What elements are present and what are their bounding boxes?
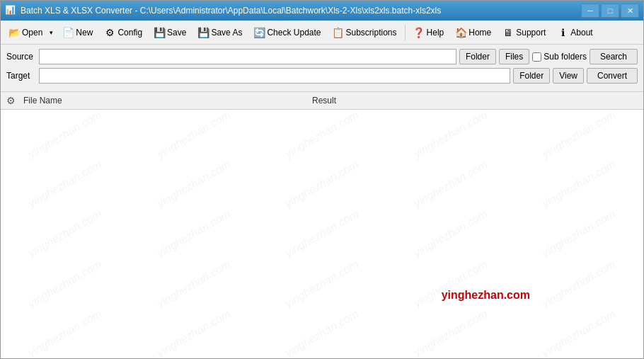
watermark-15: yinghezhan.com xyxy=(511,181,643,288)
check-update-button[interactable]: 🔄 Check Update xyxy=(248,23,326,42)
about-button[interactable]: ℹ About xyxy=(552,23,597,42)
watermark-20: yinghezhan.com xyxy=(511,230,643,338)
target-row: Target Folder View Convert xyxy=(6,68,638,84)
watermark-22: yinghezhan.com xyxy=(125,280,261,358)
subfolders-checkbox[interactable] xyxy=(532,52,541,62)
watermark-12: yinghezhan.com xyxy=(125,181,261,288)
toolbar-separator xyxy=(405,25,406,40)
watermark-23: yinghezhan.com xyxy=(254,280,390,358)
target-folder-button[interactable]: Folder xyxy=(513,68,550,84)
watermark-grid: yinghezhan.com yinghezhan.com yinghezhan… xyxy=(1,110,643,358)
home-button[interactable]: 🏠 Home xyxy=(450,23,496,42)
watermark-1: yinghezhan.com xyxy=(1,110,133,188)
watermark-19: yinghezhan.com xyxy=(382,230,518,338)
watermark-14: yinghezhan.com xyxy=(382,181,518,288)
source-input[interactable] xyxy=(39,49,456,64)
watermark-11: yinghezhan.com xyxy=(1,181,133,288)
watermark-9: yinghezhan.com xyxy=(382,130,518,238)
brand-watermark: yinghezhan.com xyxy=(442,289,530,302)
watermark-4: yinghezhan.com xyxy=(382,110,518,188)
watermark-17: yinghezhan.com xyxy=(125,230,261,338)
watermark-16: yinghezhan.com xyxy=(1,230,133,338)
watermark-5: yinghezhan.com xyxy=(511,110,643,188)
subfolders-label: Sub folders xyxy=(532,52,587,62)
target-label: Target xyxy=(6,71,36,81)
source-folder-button[interactable]: Folder xyxy=(459,49,496,64)
toolbar: 📂 Open ▾ 📄 New ⚙ Config 💾 Save 💾 Save As… xyxy=(1,21,643,45)
minimize-button[interactable]: ─ xyxy=(581,4,599,18)
save-button[interactable]: 💾 Save xyxy=(149,23,191,42)
new-icon: 📄 xyxy=(62,27,74,38)
watermark-13: yinghezhan.com xyxy=(254,181,390,288)
column-filename: File Name xyxy=(23,96,306,106)
config-button[interactable]: ⚙ Config xyxy=(99,23,147,42)
close-button[interactable]: ✕ xyxy=(621,4,639,18)
help-button[interactable]: ❓ Help xyxy=(408,23,449,42)
open-icon: 📂 xyxy=(8,27,20,38)
open-dropdown: 📂 Open ▾ xyxy=(4,23,56,42)
watermark-2: yinghezhan.com xyxy=(125,110,261,188)
home-icon: 🏠 xyxy=(455,27,466,38)
source-label: Source xyxy=(6,52,36,62)
app-icon: 📊 xyxy=(5,5,16,16)
search-button[interactable]: Search xyxy=(590,49,638,64)
support-icon: 🖥 xyxy=(502,27,514,38)
watermark-3: yinghezhan.com xyxy=(254,110,390,188)
source-files-button[interactable]: Files xyxy=(499,49,529,64)
save-as-icon: 💾 xyxy=(197,27,209,38)
watermark-7: yinghezhan.com xyxy=(125,130,261,238)
watermark-18: yinghezhan.com xyxy=(254,230,390,338)
help-icon: ❓ xyxy=(413,27,425,38)
source-row: Source Folder Files Sub folders Search xyxy=(6,49,638,64)
watermark-10: yinghezhan.com xyxy=(511,130,643,238)
main-window: 📊 Batch XLS & XLSX Converter - C:\Users\… xyxy=(0,0,644,359)
watermark-24: yinghezhan.com xyxy=(382,280,518,358)
watermark-8: yinghezhan.com xyxy=(254,130,390,238)
column-result: Result xyxy=(312,96,336,106)
list-header-icon: ⚙ xyxy=(6,95,18,106)
window-title: Batch XLS & XLSX Converter - C:\Users\Ad… xyxy=(21,6,581,16)
open-button[interactable]: 📂 Open xyxy=(4,23,47,42)
subscriptions-icon: 📋 xyxy=(333,27,344,38)
convert-button[interactable]: Convert xyxy=(587,68,638,84)
target-view-button[interactable]: View xyxy=(553,68,584,84)
open-dropdown-arrow[interactable]: ▾ xyxy=(47,23,56,42)
form-area: Source Folder Files Sub folders Search T… xyxy=(1,45,643,91)
file-list-header: ⚙ File Name Result xyxy=(1,92,643,110)
window-controls: ─ □ ✕ xyxy=(581,4,639,18)
title-bar: 📊 Batch XLS & XLSX Converter - C:\Users\… xyxy=(1,1,643,21)
target-input[interactable] xyxy=(39,68,510,84)
file-list-body: yinghezhan.com yinghezhan.com yinghezhan… xyxy=(1,110,643,358)
maximize-button[interactable]: □ xyxy=(601,4,619,18)
watermark-25: yinghezhan.com xyxy=(511,280,643,358)
new-button[interactable]: 📄 New xyxy=(57,23,98,42)
config-icon: ⚙ xyxy=(104,27,115,38)
subscriptions-button[interactable]: 📋 Subscriptions xyxy=(328,23,402,42)
save-as-button[interactable]: 💾 Save As xyxy=(192,23,247,42)
support-button[interactable]: 🖥 Support xyxy=(498,23,551,42)
about-icon: ℹ xyxy=(557,27,568,38)
save-icon: 💾 xyxy=(154,27,165,38)
check-update-icon: 🔄 xyxy=(253,27,265,38)
watermark-6: yinghezhan.com xyxy=(1,130,133,238)
watermark-21: yinghezhan.com xyxy=(1,280,133,358)
